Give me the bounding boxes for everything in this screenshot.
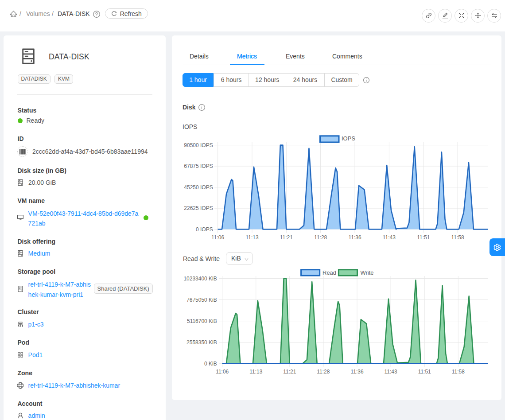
svg-text:11:43: 11:43 [383,234,396,241]
svg-text:11:21: 11:21 [283,369,296,375]
svg-text:11:06: 11:06 [211,234,224,241]
svg-text:11:43: 11:43 [385,369,397,375]
svg-text:11:58: 11:58 [452,369,465,375]
svg-text:0 KiB: 0 KiB [204,361,217,367]
svg-text:11:51: 11:51 [417,234,430,241]
svg-text:11:21: 11:21 [280,234,293,241]
svg-text:11:36: 11:36 [348,234,361,241]
svg-text:5116700 KiB: 5116700 KiB [187,318,217,324]
svg-text:45250 IOPS: 45250 IOPS [184,184,213,191]
svg-text:90500 IOPS: 90500 IOPS [184,142,213,148]
svg-text:11:28: 11:28 [314,234,327,241]
svg-text:Write: Write [361,269,374,276]
svg-text:Read: Read [322,269,336,276]
svg-text:67875 IOPS: 67875 IOPS [184,163,213,169]
svg-text:2558350 KiB: 2558350 KiB [186,339,217,346]
svg-text:0 IOPS: 0 IOPS [196,226,213,233]
svg-text:11:06: 11:06 [216,369,229,375]
svg-text:7675050 KiB: 7675050 KiB [186,297,217,303]
svg-text:IOPS: IOPS [342,135,355,142]
svg-text:22625 IOPS: 22625 IOPS [184,205,213,211]
svg-text:10233400 KiB: 10233400 KiB [183,276,217,282]
svg-text:11:36: 11:36 [350,369,363,375]
svg-text:11:13: 11:13 [245,234,258,241]
svg-text:11:13: 11:13 [249,369,262,375]
svg-text:11:28: 11:28 [317,369,330,375]
svg-text:11:51: 11:51 [418,369,431,375]
svg-text:11:58: 11:58 [451,234,464,241]
